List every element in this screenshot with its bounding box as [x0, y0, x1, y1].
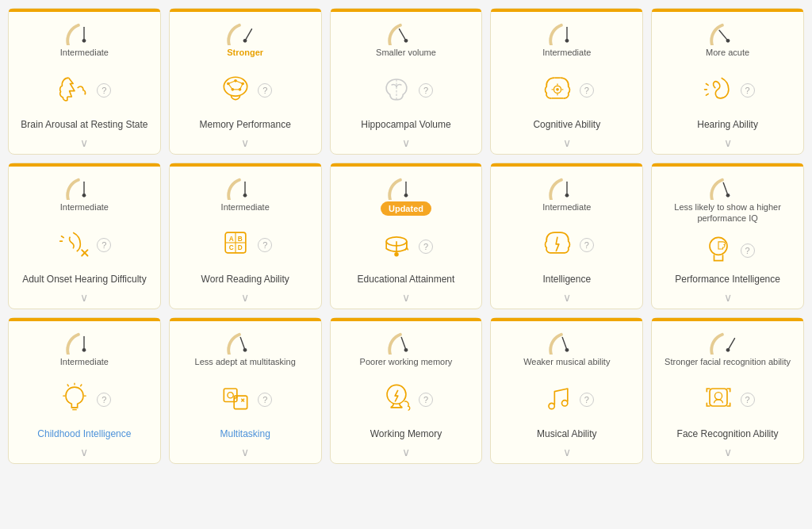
expand-chevron-memory-performance[interactable]: ∨: [241, 136, 249, 149]
card-hearing-ability: More acute ? Hearing Ability ∨: [651, 8, 804, 155]
help-button-musical-ability[interactable]: ?: [580, 393, 594, 407]
svg-point-67: [561, 401, 567, 406]
trait-icon-cognitive-ability: [540, 71, 575, 109]
help-button-intelligence[interactable]: ?: [580, 238, 594, 252]
card-brain-arousal: Intermediate ? Brain Arousal at Resting …: [8, 8, 161, 155]
svg-line-54: [240, 337, 245, 350]
card-top-bar: [491, 318, 642, 321]
card-top-bar: [652, 163, 803, 167]
svg-point-24: [82, 194, 86, 197]
card-cognitive-ability: Intermediate ? Cognitive Ability ∨: [490, 8, 643, 155]
trait-icon-childhood-intelligence: [57, 380, 92, 419]
trait-icon-adult-onset-hearing: [57, 225, 92, 264]
card-multitasking: Less adept at multitasking ? Multitaskin…: [169, 317, 322, 464]
help-button-working-memory[interactable]: ?: [419, 393, 433, 407]
card-label-word-reading: Word Reading Ability: [201, 274, 289, 286]
gauge-brain-arousal: Intermediate: [15, 18, 154, 58]
svg-point-71: [714, 393, 722, 400]
card-label-educational-attainment: Educational Attainment: [358, 274, 455, 286]
svg-line-51: [81, 385, 82, 387]
expand-chevron-childhood-intelligence[interactable]: ∨: [80, 446, 88, 458]
svg-point-20: [556, 88, 559, 91]
status-text-working-memory: Poorer working memory: [360, 356, 453, 367]
svg-point-39: [394, 252, 399, 257]
gauge-word-reading: Intermediate: [176, 173, 315, 213]
status-badge-educational-attainment: Updated: [381, 201, 431, 216]
expand-chevron-musical-ability[interactable]: ∨: [563, 446, 571, 458]
icon-area-adult-onset-hearing: ?: [15, 219, 154, 270]
card-label-memory-performance: Memory Performance: [200, 119, 291, 132]
card-top-bar: [652, 318, 803, 321]
help-button-cognitive-ability[interactable]: ?: [580, 83, 594, 98]
card-label-musical-ability: Musical Ability: [537, 428, 596, 441]
svg-text:A: A: [229, 236, 234, 243]
expand-chevron-working-memory[interactable]: ∨: [402, 446, 410, 458]
icon-area-performance-intelligence: ?: [658, 231, 797, 271]
help-button-multitasking[interactable]: ?: [258, 393, 272, 407]
help-button-performance-intelligence[interactable]: ?: [741, 243, 755, 258]
card-label-childhood-intelligence: Childhood Intelligence: [37, 428, 131, 441]
card-label-intelligence: Intelligence: [542, 274, 591, 286]
expand-chevron-multitasking[interactable]: ∨: [241, 446, 249, 458]
expand-chevron-performance-intelligence[interactable]: ∨: [724, 291, 732, 304]
card-label-hippocampal-volume: Hippocampal Volume: [361, 119, 450, 132]
card-label-multitasking: Multitasking: [220, 428, 270, 441]
help-button-hearing-ability[interactable]: ?: [741, 83, 755, 98]
help-button-hippocampal-volume[interactable]: ?: [419, 83, 433, 98]
gauge-hippocampal-volume: Smaller volume: [337, 18, 476, 58]
svg-line-68: [728, 339, 735, 351]
expand-chevron-hippocampal-volume[interactable]: ∨: [402, 136, 410, 149]
icon-area-working-memory: ?: [337, 374, 476, 425]
svg-point-41: [565, 194, 569, 197]
svg-rect-70: [710, 389, 727, 406]
status-text-face-recognition: Stronger facial recognition ability: [665, 356, 791, 367]
card-label-performance-intelligence: Performance Intelligence: [675, 274, 780, 286]
expand-chevron-word-reading[interactable]: ∨: [241, 291, 249, 304]
help-button-adult-onset-hearing[interactable]: ?: [97, 238, 111, 252]
card-educational-attainment: Updated ? Educational Attainment ∨: [330, 163, 483, 309]
svg-point-16: [404, 39, 408, 43]
help-button-childhood-intelligence[interactable]: ?: [97, 393, 111, 407]
card-top-bar: [9, 163, 160, 167]
svg-point-58: [228, 393, 233, 398]
card-label-brain-arousal: Brain Arousal at Resting State: [21, 119, 147, 132]
expand-chevron-brain-arousal[interactable]: ∨: [80, 136, 88, 149]
gauge-face-recognition: Stronger facial recognition ability: [658, 328, 797, 367]
card-hippocampal-volume: Smaller volume ? Hippocampal Volume ∨: [330, 8, 483, 155]
expand-chevron-intelligence[interactable]: ∨: [563, 291, 571, 304]
trait-icon-word-reading: A B C D: [218, 225, 253, 264]
svg-point-55: [243, 348, 247, 352]
status-text-memory-performance: Stronger: [227, 47, 263, 58]
card-childhood-intelligence: Intermediate ? Childhood Intelligence ∨: [8, 317, 161, 464]
expand-chevron-face-recognition[interactable]: ∨: [724, 446, 732, 458]
help-button-word-reading[interactable]: ?: [258, 238, 272, 252]
help-button-memory-performance[interactable]: ?: [258, 83, 272, 98]
svg-line-42: [723, 182, 728, 195]
card-top-bar: [9, 318, 160, 321]
icon-area-multitasking: ?: [176, 374, 315, 425]
help-button-brain-arousal[interactable]: ?: [97, 83, 111, 98]
svg-point-65: [565, 348, 569, 352]
icon-area-childhood-intelligence: ?: [15, 374, 154, 425]
svg-line-15: [399, 29, 406, 41]
card-top-bar: [331, 163, 482, 167]
svg-point-28: [243, 194, 247, 197]
status-text-intelligence: Intermediate: [542, 201, 591, 213]
expand-chevron-adult-onset-hearing[interactable]: ∨: [80, 291, 88, 304]
expand-chevron-educational-attainment[interactable]: ∨: [402, 291, 410, 304]
status-text-word-reading: Intermediate: [221, 201, 270, 213]
gauge-musical-ability: Weaker musical ability: [497, 328, 636, 367]
status-text-cognitive-ability: Intermediate: [542, 47, 591, 58]
gauge-intelligence: Intermediate: [497, 173, 636, 213]
svg-point-3: [243, 39, 247, 43]
help-button-face-recognition[interactable]: ?: [741, 393, 755, 407]
expand-chevron-hearing-ability[interactable]: ∨: [724, 136, 732, 149]
trait-icon-face-recognition: [701, 380, 736, 419]
svg-line-2: [245, 29, 252, 41]
card-memory-performance: Stronger ? Memory Performance ∨: [169, 8, 322, 155]
help-button-educational-attainment[interactable]: ?: [419, 240, 433, 254]
icon-area-educational-attainment: ?: [337, 222, 476, 270]
card-musical-ability: Weaker musical ability ? Musical Ability…: [490, 317, 643, 464]
expand-chevron-cognitive-ability[interactable]: ∨: [563, 136, 571, 149]
svg-point-46: [82, 348, 86, 352]
